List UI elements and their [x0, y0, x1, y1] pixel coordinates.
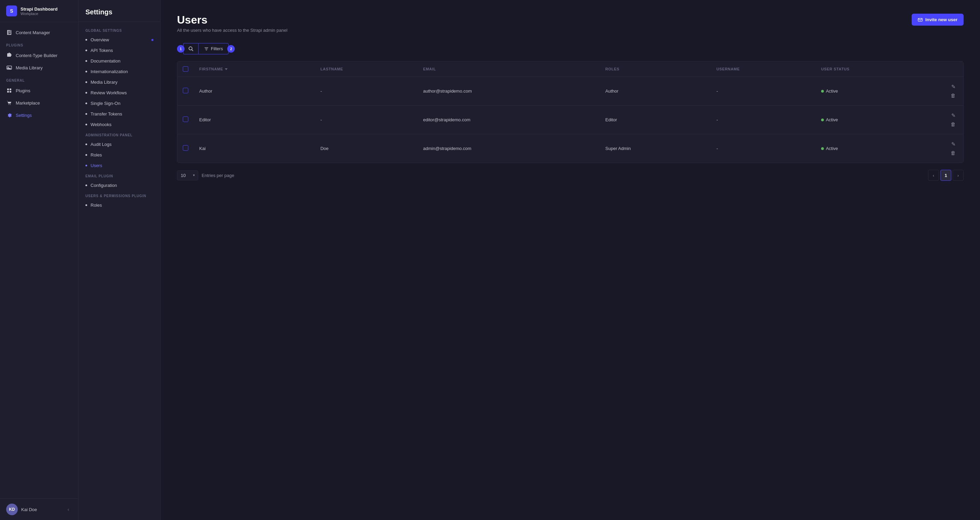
svg-rect-9	[7, 89, 9, 90]
user-avatar: KD	[6, 504, 18, 515]
entries-label: Entries per page	[202, 173, 234, 178]
puzzle-icon	[6, 52, 12, 59]
sidebar-item-marketplace[interactable]: Marketplace	[0, 97, 78, 109]
app-subtitle: Workplace	[21, 12, 57, 16]
status-text: Active	[826, 146, 838, 151]
sidebar-item-label: Marketplace	[16, 100, 40, 106]
status-dot	[821, 90, 824, 92]
row-checkbox-cell	[177, 106, 194, 134]
filter-badge-left: 1	[177, 45, 185, 52]
users-permissions-label: USERS & PERMISSIONS PLUGIN	[79, 191, 160, 200]
svg-line-17	[192, 49, 193, 51]
delete-button[interactable]: 🗑	[948, 91, 958, 100]
settings-item-internationalization[interactable]: Internationalization	[79, 66, 160, 77]
cell-roles: Editor	[600, 106, 711, 134]
settings-item-webhooks[interactable]: Webhooks	[79, 119, 160, 130]
cell-firstname: Author	[194, 77, 315, 106]
status-dot	[821, 147, 824, 150]
row-checkbox-cell	[177, 134, 194, 163]
select-all-column	[177, 62, 194, 77]
cell-lastname: -	[315, 106, 418, 134]
main-header: Users All the users who have access to t…	[177, 14, 964, 33]
sidebar-item-label: Plugins	[16, 88, 30, 93]
settings-item-audit-logs[interactable]: Audit Logs	[79, 139, 160, 149]
cell-username: -	[711, 77, 816, 106]
sidebar-item-media-library[interactable]: Media Library	[0, 62, 78, 74]
settings-item-single-sign-on[interactable]: Single Sign-On	[79, 98, 160, 109]
filters-button[interactable]: Filters	[198, 43, 229, 54]
search-button[interactable]	[183, 43, 198, 54]
global-settings-label: GLOBAL SETTINGS	[79, 25, 160, 35]
settings-item-permissions-roles[interactable]: Roles	[79, 200, 160, 210]
cell-username: -	[711, 134, 816, 163]
sidebar-item-settings[interactable]: Settings	[0, 109, 78, 121]
cell-actions: ✎ 🗑	[936, 134, 963, 163]
filter-icon	[204, 46, 209, 51]
cell-firstname: Kai	[194, 134, 315, 163]
row-checkbox[interactable]	[183, 88, 188, 93]
status-dot	[821, 119, 824, 121]
col-firstname[interactable]: FIRSTNAME	[194, 62, 315, 77]
cart-icon	[6, 100, 12, 106]
settings-item-review-workflows[interactable]: Review Workflows	[79, 87, 160, 98]
user-name: Kai Doe	[21, 507, 61, 512]
settings-item-media-library[interactable]: Media Library	[79, 77, 160, 87]
col-user-status: USER STATUS	[816, 62, 936, 77]
col-lastname: LASTNAME	[315, 62, 418, 77]
settings-item-documentation[interactable]: Documentation	[79, 56, 160, 66]
item-dot	[86, 39, 87, 41]
settings-item-roles[interactable]: Roles	[79, 149, 160, 160]
cell-actions: ✎ 🗑	[936, 77, 963, 106]
item-dot	[86, 154, 87, 156]
filters-bar: 1 Filters 2	[177, 43, 964, 54]
edit-button[interactable]: ✎	[949, 82, 958, 91]
sidebar-item-plugins[interactable]: Plugins	[0, 84, 78, 97]
sidebar-item-label: Media Library	[16, 65, 43, 70]
entries-select[interactable]: 10 25 50 100	[177, 170, 198, 180]
cell-roles: Author	[600, 77, 711, 106]
envelope-icon	[918, 17, 923, 22]
users-table: FIRSTNAME LASTNAME EMAIL ROLES	[177, 62, 963, 163]
settings-item-api-tokens[interactable]: API Tokens	[79, 45, 160, 56]
cell-firstname: Editor	[194, 106, 315, 134]
sidebar-item-label: Content Manager	[16, 30, 50, 35]
svg-point-13	[8, 104, 9, 105]
sidebar-footer: KD Kai Doe ‹	[0, 498, 78, 520]
svg-rect-6	[8, 33, 10, 34]
sidebar-item-content-type-builder[interactable]: Content-Type Builder	[0, 49, 78, 62]
delete-button[interactable]: 🗑	[948, 120, 958, 129]
settings-panel: Settings GLOBAL SETTINGS Overview API To…	[79, 0, 161, 520]
email-plugin-label: EMAIL PLUGIN	[79, 171, 160, 180]
sidebar-plugins-label: PLUGINS	[0, 38, 78, 49]
page-title: Users	[177, 14, 287, 26]
prev-page-button[interactable]: ‹	[928, 170, 939, 181]
svg-rect-5	[8, 32, 10, 33]
sidebar-item-content-manager[interactable]: Content Manager	[0, 26, 78, 38]
collapse-sidebar-button[interactable]: ‹	[65, 506, 72, 513]
image-icon	[6, 65, 12, 71]
item-dot	[86, 49, 87, 51]
edit-button[interactable]: ✎	[949, 140, 958, 149]
select-all-checkbox[interactable]	[183, 66, 188, 72]
settings-item-users[interactable]: Users	[79, 160, 160, 171]
sidebar-header: S Strapi Dashboard Workplace	[0, 0, 78, 22]
row-checkbox[interactable]	[183, 116, 188, 122]
sidebar: S Strapi Dashboard Workplace Content Man…	[0, 0, 79, 520]
next-page-button[interactable]: ›	[953, 170, 964, 181]
edit-button[interactable]: ✎	[949, 111, 958, 120]
invite-new-user-button[interactable]: Invite new user	[912, 14, 964, 25]
settings-item-configuration[interactable]: Configuration	[79, 180, 160, 191]
current-page[interactable]: 1	[940, 170, 951, 181]
status-text: Active	[826, 89, 838, 94]
settings-item-overview[interactable]: Overview	[79, 35, 160, 45]
entries-per-page: 10 25 50 100 Entries per page	[177, 170, 234, 180]
plugins-icon	[6, 87, 12, 94]
row-checkbox[interactable]	[183, 145, 188, 151]
svg-point-16	[189, 47, 192, 50]
settings-item-transfer-tokens[interactable]: Transfer Tokens	[79, 109, 160, 119]
svg-rect-1	[7, 30, 8, 35]
row-checkbox-cell	[177, 77, 194, 106]
search-icon	[188, 46, 193, 51]
delete-button[interactable]: 🗑	[948, 149, 958, 157]
sidebar-item-label: Settings	[16, 113, 32, 118]
